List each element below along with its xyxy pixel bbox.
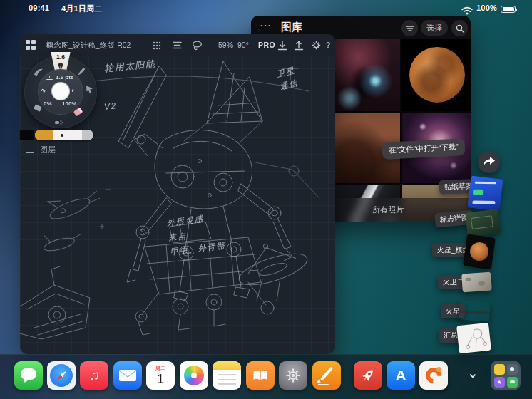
annotation-version: V2	[103, 100, 117, 112]
dock-app-messages[interactable]	[14, 361, 43, 390]
filter-button[interactable]	[401, 20, 418, 36]
rocket-icon	[356, 363, 380, 388]
app-library-mini-green	[507, 377, 518, 388]
search-button[interactable]	[451, 20, 468, 36]
share-button[interactable]	[478, 151, 500, 173]
opacity-min-label: 0%	[44, 100, 52, 107]
color-swatch-center[interactable]	[51, 82, 70, 100]
tab-all-photos[interactable]: 所有照片	[372, 204, 404, 215]
chevron-down-button[interactable]: ⌄	[462, 362, 484, 383]
layers-button[interactable]: 图层	[26, 145, 56, 155]
status-date: 4月1日周二	[61, 4, 102, 14]
safari-compass-icon	[50, 364, 73, 387]
app-library-mini-yellow	[494, 364, 505, 375]
mail-envelope-icon	[119, 370, 136, 381]
books-open-book-icon	[252, 370, 268, 382]
dots-grid-icon[interactable]	[151, 40, 163, 51]
dock-app-swirl[interactable]	[419, 361, 448, 390]
lasso-icon[interactable]	[191, 40, 203, 51]
drag-thumb-deimos[interactable]	[461, 272, 492, 293]
dock-app-sketch[interactable]	[312, 361, 341, 390]
dock-app-settings[interactable]	[279, 361, 307, 390]
drag-thumb-logo-detail[interactable]	[465, 209, 501, 237]
more-options-button[interactable]: ···	[260, 20, 272, 31]
battery-percent: 100%	[476, 4, 497, 12]
dock-app-music[interactable]: ♫	[80, 361, 108, 390]
import-icon[interactable]	[277, 40, 288, 51]
slider-white-segment	[53, 130, 82, 140]
drag-thumb-summary-sketch[interactable]	[456, 323, 491, 353]
layers-label: 图层	[40, 145, 56, 155]
appstore-a-icon: A	[387, 361, 415, 390]
ruler-icon	[46, 76, 53, 80]
black-color-swatch[interactable]	[20, 130, 34, 140]
battery-icon	[501, 6, 516, 14]
notes-header-strip	[213, 361, 241, 370]
selection-arrow-icon[interactable]	[86, 84, 94, 97]
dock-app-appstore[interactable]: A	[387, 361, 415, 390]
settings-gear-icon[interactable]	[310, 40, 322, 51]
dock-app-calendar[interactable]: 周二 1	[146, 361, 175, 390]
smoothing-icon[interactable]: ∿	[41, 87, 46, 94]
swirl-c-icon	[423, 365, 445, 387]
dock-app-rocket[interactable]	[354, 361, 382, 390]
settings-gear-icon	[285, 367, 302, 384]
opacity-max-label: 100%	[62, 100, 76, 107]
sketch-app-window: 轮用太阳能 卫星 通信 V2 外形灵感 来自 甲虫、外骨骼 概念图_设计稿_终版…	[20, 34, 335, 354]
search-icon	[456, 24, 464, 33]
calendar-day: 1	[146, 372, 175, 385]
share-arrow-icon	[483, 157, 495, 167]
mars-globe	[409, 47, 465, 103]
dock-app-photos[interactable]	[180, 361, 208, 390]
dock-app-notes[interactable]	[213, 361, 241, 390]
slider-amber-segment	[35, 130, 53, 140]
dock-app-library[interactable]: ★	[491, 361, 521, 390]
opacity-moon-icon[interactable]: ◐	[71, 86, 76, 94]
music-note-icon: ♫	[80, 361, 108, 390]
slider-handle-dot[interactable]	[61, 134, 63, 137]
dock-app-safari[interactable]	[47, 361, 76, 390]
layers-icon	[26, 147, 34, 153]
drag-thumb-mars-model[interactable]	[463, 234, 496, 269]
divider	[41, 40, 41, 49]
document-title[interactable]: 概念图_设计稿_终版-R02	[46, 41, 131, 51]
gallery-title: 图库	[281, 21, 302, 34]
pro-badge[interactable]: PRO	[258, 41, 275, 49]
filter-lines-icon	[406, 25, 414, 32]
export-icon[interactable]	[293, 40, 305, 51]
status-time: 09:41	[29, 4, 49, 12]
help-button[interactable]: ?	[326, 41, 330, 49]
airbrush-tool-icon[interactable]	[54, 116, 64, 129]
dock-app-mail[interactable]	[113, 361, 142, 390]
tool-wheel[interactable]: 1.6 1.6 pts ∿ ◐ 0% 100%	[24, 56, 97, 128]
zoom-level[interactable]: 59%	[218, 41, 233, 49]
app-library-mini-camera	[507, 364, 518, 375]
dock-app-books[interactable]	[246, 361, 275, 390]
sketch-pen-icon	[320, 367, 333, 381]
home-grid-icon[interactable]	[26, 40, 36, 50]
rotation-value[interactable]: 90°	[237, 41, 249, 49]
photo-mars-globe[interactable]	[402, 39, 471, 111]
wireframe-lines-icon[interactable]	[171, 40, 183, 51]
annotation-inspiration: 外形灵感 来自 甲虫、外骨骼	[166, 209, 227, 259]
drag-thumb-sticker-draft[interactable]	[467, 175, 503, 211]
photo-nebula-horsehead[interactable]	[335, 39, 400, 111]
select-button[interactable]: 选择	[421, 20, 448, 36]
size-slider[interactable]	[35, 130, 93, 140]
dock-divider	[454, 364, 454, 388]
size-readout: 1.6 pts	[46, 74, 73, 81]
desktop: 09:41 4月1日周二 100% ··· 图库 选择 所有照片	[0, 0, 532, 399]
drag-thumb-mars-photo[interactable]	[459, 301, 490, 321]
dock: ♫ 周二 1	[0, 354, 532, 399]
app-library-mini-star: ★	[494, 377, 505, 388]
